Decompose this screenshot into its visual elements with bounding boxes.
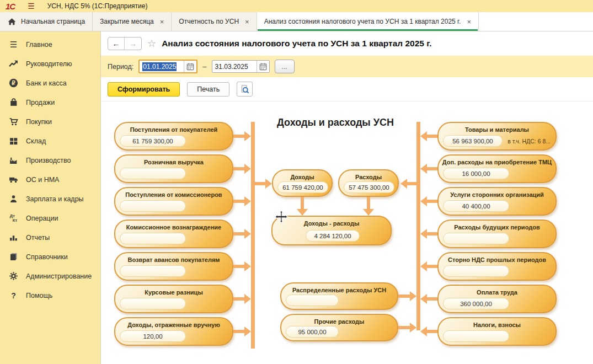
- flow-block-value: 120,00: [120, 330, 186, 342]
- sidebar-item-label: Главное: [26, 41, 52, 49]
- calendar-icon[interactable]: [184, 61, 196, 72]
- flow-block-title: Доходы - расходы: [273, 220, 391, 227]
- income-source-block[interactable]: Комиссионное вознаграждение: [114, 220, 233, 248]
- ruble-icon: ₽: [8, 78, 19, 88]
- sidebar: ☰ГлавноеРуководителю₽Банк и кассаПродажи…: [0, 31, 101, 364]
- tab-usn-reporting[interactable]: Отчетность по УСН×: [172, 12, 257, 31]
- sidebar-item-main[interactable]: ☰Главное: [0, 35, 100, 54]
- income-source-block[interactable]: Курсовые разницы: [114, 285, 233, 313]
- sidebar-item-operations[interactable]: ДтКтОперации: [0, 208, 100, 228]
- flow-arrow-left: [420, 261, 437, 271]
- sidebar-item-directories[interactable]: Справочники: [0, 247, 100, 266]
- tab-close-icon[interactable]: ×: [160, 18, 164, 26]
- sidebar-item-payroll[interactable]: Зарплата и кадры: [0, 189, 100, 208]
- period-to-value[interactable]: 31.03.2025: [212, 61, 257, 72]
- back-button[interactable]: ←: [108, 38, 125, 50]
- sidebar-item-bank-cash[interactable]: ₽Банк и касса: [0, 73, 100, 93]
- flow-block-value: [443, 265, 509, 277]
- flow-arrow-left: [420, 164, 437, 174]
- period-more-button[interactable]: ...: [275, 60, 295, 73]
- generate-button[interactable]: Сформировать: [108, 82, 180, 97]
- history-nav-group: ← →: [108, 37, 142, 50]
- tab-close-icon[interactable]: ×: [245, 18, 249, 26]
- income-source-block[interactable]: Поступления от покупателей61 759 300,00: [114, 122, 233, 151]
- dtkt-icon: ДтКт: [8, 213, 19, 223]
- income-source-block[interactable]: Возврат авансов покупателям: [114, 252, 233, 281]
- report-canvas: Доходы и расходы УСН Поступления от поку…: [101, 101, 593, 364]
- sidebar-item-warehouse[interactable]: Склад: [0, 131, 100, 151]
- flow-block-value: 61 759 420,00: [277, 181, 328, 193]
- cart-icon: [8, 117, 19, 127]
- sidebar-item-label: Администрирование: [26, 272, 92, 280]
- flow-block-value: 4 284 120,00: [306, 230, 360, 242]
- flow-block-value: 40 400,00: [443, 200, 509, 212]
- sidebar-item-label: ОС и НМА: [26, 176, 59, 184]
- sidebar-item-label: Зарплата и кадры: [26, 195, 84, 203]
- sidebar-item-help[interactable]: ?Помощь: [0, 286, 100, 305]
- sidebar-item-label: Руководителю: [26, 60, 72, 68]
- flow-arrow-right: [233, 261, 251, 271]
- sidebar-item-manager[interactable]: Руководителю: [0, 54, 100, 73]
- period-from-value[interactable]: 01.01.2025: [140, 61, 184, 72]
- other-expenses-block[interactable]: Прочие расходы95 000,00: [280, 314, 398, 341]
- flow-block-value: 16 000,00: [443, 168, 509, 179]
- expense-item-block[interactable]: Сторно НДС прошлых периодов: [437, 252, 557, 281]
- flow-arrow-left: [420, 131, 437, 141]
- tab-close-icon[interactable]: ×: [467, 18, 471, 26]
- incomes-block[interactable]: Доходы61 759 420,00: [272, 169, 333, 197]
- sidebar-item-production[interactable]: Производство: [0, 151, 100, 170]
- tab-label: Отчетность по УСН: [179, 18, 239, 25]
- flow-block-value: 61 759 300,00: [120, 135, 186, 147]
- favorite-star-icon[interactable]: ☆: [147, 39, 156, 49]
- period-to-field[interactable]: 31.03.2025: [212, 60, 270, 73]
- income-source-block[interactable]: Розничная выручка: [114, 154, 233, 183]
- warehouse-icon: [8, 136, 19, 146]
- tab-month-closing[interactable]: Закрытие месяца×: [93, 12, 172, 31]
- report-header-row: ← → ☆ Анализ состояния налогового учета …: [101, 31, 593, 56]
- sidebar-item-administration[interactable]: Администрирование: [0, 266, 100, 286]
- sidebar-item-purchases[interactable]: Покупки: [0, 112, 100, 131]
- flow-block-value: [120, 200, 186, 212]
- flow-block-title: Поступления от покупателей: [115, 126, 232, 133]
- expense-item-block[interactable]: Товары и материалы56 963 900,00в т.ч. НД…: [437, 122, 557, 151]
- income-source-block[interactable]: Доходы, отраженные вручную120,00: [114, 317, 233, 346]
- preview-button[interactable]: [237, 82, 253, 97]
- truck-icon: [8, 175, 19, 185]
- print-button[interactable]: Печать: [187, 82, 229, 97]
- flow-block-value: 360 000,00: [443, 298, 509, 309]
- flow-block-title: Доп. расходы на приобретение ТМЦ: [439, 159, 555, 165]
- sidebar-item-reports[interactable]: Отчеты: [0, 228, 100, 247]
- difference-block[interactable]: Доходы - расходы4 284 120,00: [271, 216, 392, 245]
- flow-block-value: 95 000,00: [286, 326, 339, 338]
- bars-icon: [8, 233, 19, 243]
- expenses-block[interactable]: Расходы57 475 300,00: [338, 169, 399, 197]
- flow-block-note: в т.ч. НДС: 6 8...: [507, 138, 551, 144]
- sidebar-item-label: Склад: [26, 137, 46, 145]
- calendar-icon[interactable]: [257, 61, 269, 72]
- main-menu-icon[interactable]: ☰: [28, 2, 35, 10]
- distributed-expenses-block[interactable]: Распределенные расходы УСН: [280, 282, 398, 310]
- flow-arrow-right: [233, 196, 251, 206]
- tab-usn-analysis[interactable]: Анализ состояния налогового учета по УСН…: [257, 12, 479, 31]
- expense-item-block[interactable]: Доп. расходы на приобретение ТМЦ16 000,0…: [437, 154, 557, 183]
- flow-arrow-right: [233, 229, 251, 239]
- expense-item-block[interactable]: Расходы будущих периодов: [437, 220, 557, 248]
- period-from-field[interactable]: 01.01.2025: [138, 60, 197, 73]
- expense-item-block[interactable]: Услуги сторонних организаций40 400,00: [437, 187, 557, 216]
- move-cursor-icon: [274, 210, 289, 226]
- income-source-block[interactable]: Поступления от комиссионеров: [114, 187, 233, 216]
- flow-block-title: Распределенные расходы УСН: [281, 287, 397, 293]
- tab-label: Начальная страница: [21, 18, 85, 25]
- flow-block-value: 56 963 900,00: [443, 135, 503, 147]
- expense-item-block[interactable]: Налоги, взносы: [437, 317, 557, 346]
- expense-item-block[interactable]: Оплата труда360 000,00: [437, 285, 557, 313]
- tab-home[interactable]: Начальная страница: [0, 12, 93, 31]
- flow-arrow-left: [420, 326, 437, 336]
- flow-block-title: Розничная выручка: [115, 159, 232, 165]
- sidebar-item-os-nma[interactable]: ОС и НМА: [0, 170, 100, 189]
- page-title: Анализ состояния налогового учета по УСН…: [162, 39, 431, 49]
- forward-button[interactable]: →: [125, 38, 141, 50]
- sidebar-item-sales[interactable]: Продажи: [0, 93, 100, 112]
- flow-block-title: Курсовые разницы: [115, 289, 232, 296]
- sidebar-item-label: Операции: [26, 215, 58, 222]
